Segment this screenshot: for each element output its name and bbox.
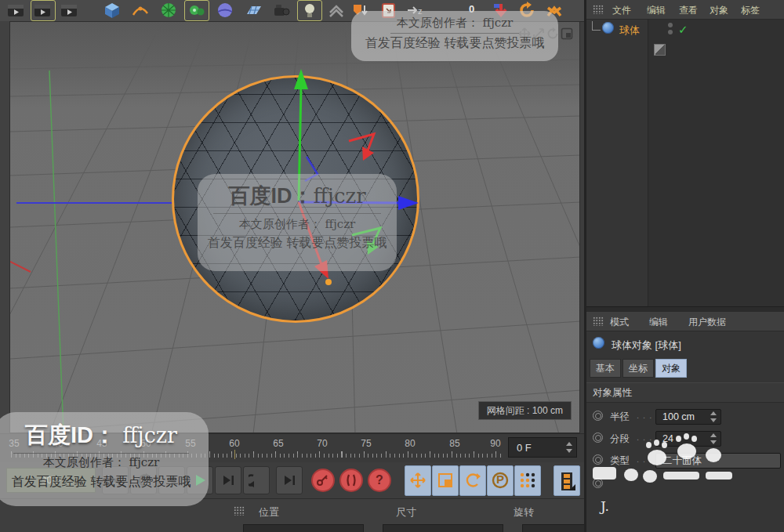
key-rotation-toggle[interactable] [459, 465, 486, 496]
keying-help-button[interactable]: ? [368, 469, 391, 492]
drag-handle-icon[interactable] [593, 5, 604, 14]
sphere-object-icon[interactable] [602, 22, 614, 34]
rotate-orange-icon[interactable] [516, 1, 539, 20]
viewport-rotate-icon[interactable] [546, 27, 559, 40]
gizmo-rotate-y-handle[interactable] [352, 228, 380, 247]
position-x-field[interactable] [243, 524, 364, 532]
segments-input[interactable]: 24 [655, 431, 721, 447]
gizmo-rotate-z-handle[interactable] [305, 157, 318, 181]
record-keyframe-button[interactable] [311, 469, 335, 492]
om-menu-objects[interactable]: 对象 [710, 4, 728, 17]
right-panel: 文件 编辑 查看 对象 标签 球体 ✓ 模式 编辑 用户数据 球体对象 [球体 [584, 0, 784, 532]
chevron-tool-icon[interactable] [325, 1, 348, 20]
key-scale-toggle[interactable] [432, 465, 459, 496]
editor-visibility-dot[interactable] [668, 23, 673, 27]
size-x-field[interactable] [383, 524, 503, 532]
main-toolbar: z 0 [0, 0, 584, 22]
timeline-ruler[interactable]: 35 40 45 50 55 60 65 70 75 80 85 90 0 F [0, 433, 584, 463]
position-label: 位置 [259, 505, 279, 519]
tick-label: 60 [229, 438, 239, 449]
render-view-icon[interactable] [5, 1, 28, 20]
viewport-maximize-icon[interactable] [561, 27, 573, 40]
axis-gizmo [10, 22, 580, 433]
layer-swatch-icon[interactable] [654, 44, 666, 56]
key-parameter-toggle[interactable]: P [487, 465, 514, 496]
tick-label: 90 [490, 438, 500, 449]
om-menu-edit[interactable]: 编辑 [647, 4, 666, 17]
size-label: 尺寸 [396, 505, 416, 519]
goto-end-button[interactable] [276, 466, 303, 494]
ruler-minor-ticks [11, 454, 502, 458]
timeline-mode-button[interactable] [554, 465, 580, 496]
am-menu-edit[interactable]: 编辑 [649, 316, 668, 329]
tab-coordinates[interactable]: 坐标 [622, 359, 654, 378]
goto-start-button[interactable] [102, 466, 129, 494]
environment-icon[interactable] [213, 1, 237, 20]
am-menu-mode[interactable]: 模式 [610, 316, 629, 329]
add-cube-icon[interactable] [100, 1, 124, 20]
axis-z-icon[interactable]: z [403, 1, 426, 20]
enabled-check-icon[interactable]: ✓ [678, 23, 688, 37]
subdivision-surface-icon[interactable] [157, 1, 180, 20]
render-visibility-dot[interactable] [668, 30, 673, 34]
next-frame-button[interactable] [215, 466, 241, 494]
tick-label: 35 [9, 438, 19, 449]
drop-to-floor-icon[interactable] [348, 1, 372, 20]
light-icon[interactable] [298, 1, 321, 20]
cycle-button[interactable] [243, 466, 270, 494]
key-pla-toggle[interactable] [514, 465, 541, 496]
tick-label: 85 [449, 438, 459, 449]
play-reverse-loop-button[interactable] [130, 466, 157, 494]
keyframe-radio-icon[interactable] [593, 478, 603, 488]
gizmo-rotate-x-handle[interactable] [349, 134, 374, 153]
tab-basic[interactable]: 基本 [590, 359, 621, 378]
axis-lock-icon[interactable] [543, 1, 566, 20]
om-menu-file[interactable]: 文件 [612, 4, 631, 17]
floor-icon[interactable] [241, 1, 265, 20]
camera-icon[interactable] [270, 1, 293, 20]
frame-stepper[interactable] [566, 442, 573, 453]
gizmo-y-arrow[interactable] [294, 69, 308, 89]
object-row-sphere[interactable]: 球体 ✓ [586, 20, 784, 40]
perspective-viewport[interactable]: 网格间距 : 100 cm [9, 21, 580, 433]
coordinates-bar: 位置 尺寸 旋转 [0, 498, 584, 532]
keyframe-radio-icon[interactable] [593, 432, 603, 443]
ruler-marker[interactable] [234, 450, 235, 459]
om-menu-tags[interactable]: 标签 [741, 4, 760, 17]
drag-handle-icon[interactable] [234, 506, 245, 516]
transport-bar: 90 F ? P [0, 462, 584, 498]
om-menu-view[interactable]: 查看 [679, 4, 698, 17]
om-column-divider [648, 20, 648, 306]
key-position-toggle[interactable] [405, 465, 431, 496]
radius-stepper[interactable] [710, 411, 717, 422]
svg-text:z: z [418, 6, 423, 16]
am-menu-user-data[interactable]: 用户数据 [688, 316, 726, 329]
drag-handle-icon[interactable] [593, 317, 604, 326]
radius-input[interactable]: 100 cm [655, 409, 721, 425]
rotation-h-field[interactable] [522, 524, 585, 532]
range-end-field[interactable]: 90 F [6, 468, 96, 493]
clipboard-icon[interactable] [378, 1, 401, 20]
current-frame-field[interactable]: 0 F [508, 437, 577, 458]
radius-label: 半径 [610, 411, 630, 424]
segments-stepper[interactable] [710, 433, 717, 444]
tab-object[interactable]: 对象 [655, 359, 687, 378]
gizmo-z-arrow[interactable] [398, 196, 419, 210]
watermark-corner-mark: J. [601, 498, 609, 514]
deformer-icon[interactable] [185, 1, 209, 20]
play-forward-button[interactable] [187, 466, 213, 494]
autokey-button[interactable] [339, 469, 363, 492]
render-picture-viewer-icon[interactable] [58, 1, 82, 20]
keyframe-arrow-icon[interactable] [489, 1, 513, 20]
viewport-dolly-icon[interactable] [532, 27, 545, 40]
keyframe-radio-icon[interactable] [593, 411, 603, 421]
play-backward-button[interactable] [158, 466, 185, 494]
render-settings-icon[interactable] [31, 1, 55, 20]
gizmo-x-arrow[interactable] [314, 260, 328, 279]
viewport-pan-icon[interactable] [518, 27, 531, 40]
keyframe-radio-icon[interactable] [593, 454, 603, 465]
spline-pen-icon[interactable] [129, 1, 152, 20]
type-dropdown[interactable]: 二十面体 [655, 453, 781, 469]
object-name[interactable]: 球体 [619, 24, 640, 38]
grid-spacing-label: 网格间距 : 100 cm [478, 401, 572, 420]
